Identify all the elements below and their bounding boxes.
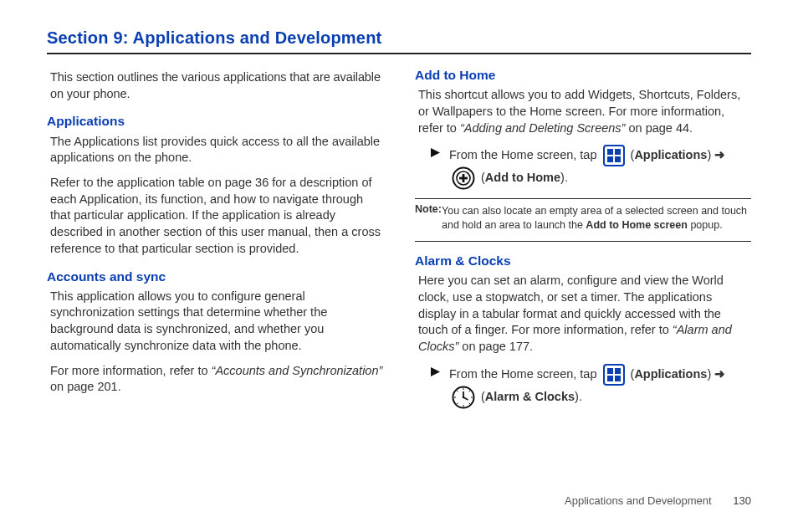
accounts-para-2: For more information, refer to “Accounts… bbox=[47, 363, 383, 396]
add-to-home-label: Add to Home bbox=[485, 171, 560, 184]
section-title: Section 9: Applications and Development bbox=[47, 28, 751, 48]
note-text-post: popup. bbox=[688, 219, 723, 231]
step-text-1: From the Home screen, tap bbox=[449, 148, 601, 161]
svg-rect-9 bbox=[459, 177, 468, 180]
svg-rect-4 bbox=[607, 156, 613, 162]
svg-rect-3 bbox=[615, 149, 621, 155]
section-intro: This section outlines the various applic… bbox=[47, 69, 383, 102]
note-popup-name: Add to Home screen bbox=[586, 219, 688, 231]
add-to-home-plus-icon bbox=[452, 166, 475, 190]
alarm-text-post: on page 177. bbox=[458, 340, 533, 353]
svg-rect-11 bbox=[604, 365, 624, 385]
addhome-text-post: on page 44. bbox=[625, 121, 693, 135]
note-rule-top bbox=[415, 198, 751, 199]
applications-grid-icon bbox=[603, 145, 625, 166]
accounts-ref-post: on page 201. bbox=[50, 380, 121, 393]
arrow-icon: ➜ bbox=[711, 367, 725, 381]
add-to-home-para: This shortcut allows you to add Widgets,… bbox=[415, 87, 751, 136]
left-column: This section outlines the various applic… bbox=[47, 66, 383, 411]
title-rule bbox=[47, 53, 751, 54]
footer-page-number: 130 bbox=[733, 494, 751, 507]
svg-rect-2 bbox=[607, 149, 613, 155]
step-bullet-icon bbox=[430, 146, 441, 163]
clock-icon bbox=[452, 386, 475, 409]
applications-label: Applications bbox=[634, 148, 707, 161]
svg-rect-5 bbox=[615, 156, 621, 162]
manual-page: Section 9: Applications and Development … bbox=[0, 0, 798, 532]
right-column: Add to Home This shortcut allows you to … bbox=[415, 66, 751, 411]
note-block: Note: You can also locate an empty area … bbox=[415, 202, 751, 233]
svg-rect-12 bbox=[607, 368, 613, 374]
applications-grid-icon bbox=[603, 364, 625, 386]
alarm-clocks-label: Alarm & Clocks bbox=[485, 390, 575, 403]
step-bullet-icon bbox=[430, 366, 441, 382]
arrow-icon: ➜ bbox=[711, 148, 725, 161]
svg-point-27 bbox=[463, 396, 465, 399]
accounts-ref-pre: For more information, refer to bbox=[50, 364, 212, 377]
columns: This section outlines the various applic… bbox=[47, 66, 751, 411]
heading-alarm-clocks: Alarm & Clocks bbox=[415, 252, 751, 269]
svg-rect-15 bbox=[615, 376, 621, 381]
svg-marker-10 bbox=[431, 367, 440, 376]
heading-accounts-sync: Accounts and sync bbox=[47, 268, 383, 285]
heading-applications: Applications bbox=[47, 112, 383, 130]
step-text-2: From the Home screen, tap bbox=[449, 367, 601, 381]
add-to-home-step: From the Home screen, tap (Applications)… bbox=[430, 145, 751, 190]
svg-marker-0 bbox=[431, 148, 440, 157]
accounts-ref-title: “Accounts and Synchronization” bbox=[212, 364, 383, 377]
step-body: From the Home screen, tap (Applications)… bbox=[449, 145, 751, 190]
svg-rect-13 bbox=[615, 368, 621, 374]
addhome-ref-title: “Adding and Deleting Screens” bbox=[460, 121, 625, 135]
alarm-step: From the Home screen, tap (Applications)… bbox=[430, 364, 751, 409]
svg-rect-14 bbox=[607, 376, 613, 381]
note-rule-bottom bbox=[415, 241, 751, 242]
alarm-para: Here you can set an alarm, configure and… bbox=[415, 273, 751, 356]
heading-add-to-home: Add to Home bbox=[415, 66, 751, 84]
page-footer: Applications and Development 130 bbox=[565, 494, 751, 507]
footer-section-name: Applications and Development bbox=[565, 494, 712, 507]
note-label: Note: bbox=[415, 203, 442, 215]
accounts-para-1: This application allows you to configure… bbox=[47, 289, 383, 355]
applications-para-2: Refer to the application table on page 3… bbox=[47, 175, 383, 258]
applications-para-1: The Applications list provides quick acc… bbox=[47, 134, 383, 166]
step-body: From the Home screen, tap (Applications)… bbox=[449, 364, 751, 409]
svg-rect-1 bbox=[604, 146, 624, 166]
note-body: You can also locate an empty area of a s… bbox=[442, 204, 751, 233]
applications-label: Applications bbox=[634, 367, 707, 381]
